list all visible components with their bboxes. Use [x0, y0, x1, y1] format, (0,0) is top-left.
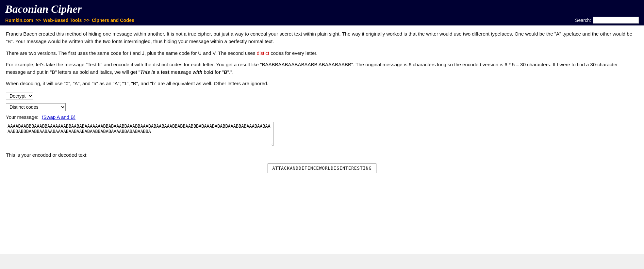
code-row: Same codes (I=J, U=V) Distinct codes [6, 103, 638, 111]
description-para4: When decoding, it will use "0", "A", and… [6, 80, 638, 87]
message-label-row: Your message: (Swap A and B) [6, 114, 638, 120]
example-d: d [210, 69, 213, 75]
example-test: test [161, 69, 170, 75]
header: Baconian Cipher Rumkin.com >> Web-Based … [0, 0, 644, 25]
main-content: Francis Bacon created this method of hid… [0, 25, 644, 254]
example-with: with [192, 69, 202, 75]
mode-row: Encrypt Decrypt [6, 92, 638, 100]
breadcrumb-row: Rumkin.com >> Web-Based Tools >> Ciphers… [5, 17, 639, 24]
message-textarea[interactable] [6, 122, 274, 146]
description-para1: Francis Bacon created this method of hid… [6, 30, 638, 45]
example-s2: s [153, 69, 155, 75]
message-label: Your message: [6, 114, 39, 120]
example-ss: ss [177, 69, 183, 75]
distict-word: distict [257, 50, 269, 56]
breadcrumb-sep-1: >> [35, 18, 41, 23]
swap-ab-link[interactable]: (Swap A and B) [42, 114, 75, 120]
example-is1: is [146, 69, 150, 75]
search-area: Search: [575, 17, 639, 24]
breadcrumb-current: Ciphers and Codes [92, 18, 134, 23]
description: Francis Bacon created this method of hid… [6, 30, 638, 87]
search-input[interactable] [593, 17, 639, 24]
breadcrumb-link-rumkin[interactable]: Rumkin.com [5, 18, 33, 23]
breadcrumb: Rumkin.com >> Web-Based Tools >> Ciphers… [5, 18, 134, 23]
breadcrumb-link-tools[interactable]: Web-Based Tools [43, 18, 82, 23]
breadcrumb-sep-2: >> [84, 18, 90, 23]
controls: Encrypt Decrypt Same codes (I=J, U=V) Di… [6, 92, 638, 111]
example-B: B [224, 69, 227, 75]
output-box-wrapper: ATTACKANDDEFENCEWORLDISINTERESTING [6, 164, 638, 173]
code-select[interactable]: Same codes (I=J, U=V) Distinct codes [6, 103, 66, 111]
example-h: h [143, 69, 146, 75]
encoded-label: This is your encoded or decoded text: [6, 152, 638, 158]
description-para2: There are two versions. The first uses t… [6, 49, 638, 57]
example-T: T [140, 69, 143, 75]
example-r: r [219, 69, 221, 75]
mode-select[interactable]: Encrypt Decrypt [6, 92, 33, 100]
description-para3: For example, let's take the message "Tes… [6, 61, 638, 76]
page-title: Baconian Cipher [5, 3, 639, 15]
search-label: Search: [575, 18, 591, 23]
output-box: ATTACKANDDEFENCEWORLDISINTERESTING [268, 164, 377, 173]
